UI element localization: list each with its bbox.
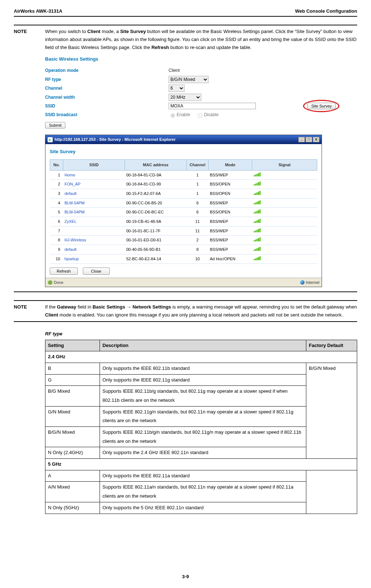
th-mode: Mode <box>209 159 252 170</box>
ie-status-done: Done <box>54 280 63 285</box>
cell-no: 4 <box>50 198 63 208</box>
cell-default-24: B/G/N Mixed <box>306 363 357 458</box>
th-channel: Channel <box>187 159 209 170</box>
note-body-2: If the Gateway field in Basic Settings →… <box>45 303 357 319</box>
bws-ssid-label: SSID <box>45 102 169 110</box>
site-survey-button[interactable]: Site Survey <box>307 103 336 109</box>
cell-ssid[interactable]: default <box>63 189 125 199</box>
cell-ssid[interactable]: HJ-Wireless <box>63 236 125 245</box>
cell-no: 10 <box>50 254 63 264</box>
submit-button[interactable]: Submit <box>45 122 65 128</box>
cell-setting: A <box>45 470 100 482</box>
bws-opmode-value: Client <box>169 67 180 74</box>
cell-ssid[interactable]: hpsetup <box>63 254 125 264</box>
table-row: 700-16-01-8C-11-7F11BSS/WEP <box>50 226 317 236</box>
table-row: AOnly supports the IEEE 802.11a standard <box>45 470 357 482</box>
cell-mac: 00-18-84-81-CD-9A <box>125 170 187 180</box>
cell-mode: BSS/WEP <box>209 198 252 208</box>
cell-channel: 8 <box>187 245 209 254</box>
note-block-1: NOTE When you switch to Client mode, a S… <box>14 25 357 292</box>
cell-mac: 00-90-CC-D6-BC-EC <box>125 208 187 217</box>
cell-mode: BSS/WEP <box>209 236 252 245</box>
cell-channel: 11 <box>187 226 209 236</box>
cell-mac: 00-18-84-81-CD-99 <box>125 180 187 189</box>
rf-24ghz-header: 2.4 GHz <box>45 351 357 363</box>
table-row: 3default00-15-F2-A2-07-6A1BSS/OPEN <box>50 189 317 199</box>
note-label: NOTE <box>14 28 45 36</box>
bws-broadcast-label: SSID broadcast <box>45 111 169 118</box>
cell-ssid[interactable]: BLW-54PM <box>63 208 125 217</box>
refresh-button[interactable]: Refresh <box>50 268 78 275</box>
cell-signal <box>252 198 317 208</box>
cell-no: 1 <box>50 170 63 180</box>
rf-5ghz-header: 5 GHz <box>45 459 357 470</box>
bws-chwidth-label: Channel width <box>45 94 169 101</box>
cell-desc: Only supports the IEEE 802.11a standard <box>100 470 306 482</box>
signal-icon <box>254 200 261 204</box>
ie-icon <box>48 137 53 142</box>
cell-desc: Supports IEEE 802.11b/g standards, but 8… <box>100 386 306 406</box>
table-row: 1Home00-18-84-81-CD-9A1BSS/WEP <box>50 170 317 180</box>
cell-signal <box>252 208 317 217</box>
cell-desc: Only supports the 5 Ghz IEEE 802.11n sta… <box>100 502 306 514</box>
close-button[interactable]: X <box>313 137 319 142</box>
rf-type-table: Setting Description Factory Default 2.4 … <box>45 340 357 514</box>
cell-mode: BSS/OPEN <box>209 180 252 189</box>
cell-ssid[interactable]: ZyXEL <box>63 217 125 226</box>
cell-no: 6 <box>50 217 63 226</box>
signal-icon <box>254 191 261 195</box>
maximize-button[interactable]: □ <box>306 137 312 142</box>
cell-signal <box>252 245 317 254</box>
bws-enable-radio[interactable]: Enable <box>169 111 190 118</box>
bws-title: Basic Wireless Settings <box>45 55 336 63</box>
cell-ssid[interactable]: FON_AP <box>63 180 125 189</box>
globe-icon <box>300 280 305 285</box>
bws-chwidth-select[interactable]: 20 MHz <box>169 94 201 101</box>
cell-ssid[interactable]: Home <box>63 170 125 180</box>
ie-popup-window: http://192.168.127.253 - Site Survey - M… <box>45 135 322 287</box>
cell-setting: N Only (5GHz) <box>45 502 100 514</box>
t: Disable <box>204 111 218 118</box>
cell-setting: N Only (2.4GHz) <box>45 447 100 459</box>
cell-channel: 2 <box>187 236 209 245</box>
cell-ssid[interactable] <box>63 226 125 236</box>
t: mode, a <box>100 29 120 34</box>
table-row: 2FON_AP00-18-84-81-CD-991BSS/OPEN <box>50 180 317 189</box>
cell-ssid[interactable]: BLW-54PM <box>63 198 125 208</box>
arrow-icon: → <box>125 304 132 310</box>
bws-disable-radio[interactable]: Disable <box>196 111 218 118</box>
cell-mode: BSS/OPEN <box>209 189 252 199</box>
cell-setting: B/G/N Mixed <box>45 427 100 447</box>
cell-desc: Only supports the 2.4 GHz IEEE 802.11n s… <box>100 447 306 459</box>
cell-no: 2 <box>50 180 63 189</box>
cell-mac: 00-90-CC-D6-B5-20 <box>125 198 187 208</box>
th-no: No. <box>50 159 63 170</box>
cell-channel: 6 <box>187 208 209 217</box>
cell-no: 9 <box>50 245 63 254</box>
cell-desc: Only supports the IEEE 802.11b standard <box>100 363 306 374</box>
bws-rftype-select[interactable]: B/G/N Mixed <box>169 76 209 83</box>
cell-mac: 52-BC-90-E2-84-14 <box>125 254 187 264</box>
cell-no: 5 <box>50 208 63 217</box>
header-right: Web Console Configuration <box>295 7 357 15</box>
t: Enable <box>177 111 190 118</box>
header-left: AirWorks AWK-3131A <box>14 7 62 15</box>
t: button to re-scan and update the table. <box>169 45 251 50</box>
th-setting: Setting <box>45 340 100 351</box>
cell-no: 3 <box>50 189 63 199</box>
close-popup-button[interactable]: Close <box>83 268 110 275</box>
cell-mode: BSS/WEP <box>209 226 252 236</box>
cell-default-5 <box>306 470 357 514</box>
note-label-2: NOTE <box>14 303 45 311</box>
note-block-2: NOTE If the Gateway field in Basic Setti… <box>14 300 357 322</box>
table-row: 9default00-40-05-56-9D-B18BSS/WEP <box>50 245 317 254</box>
signal-icon <box>254 237 261 241</box>
t: field in <box>76 304 93 310</box>
bws-channel-select[interactable]: 6 <box>169 85 185 92</box>
cell-signal <box>252 189 317 199</box>
minimize-button[interactable]: _ <box>298 137 305 142</box>
cell-signal <box>252 170 317 180</box>
bws-ssid-input[interactable] <box>169 103 256 109</box>
cell-ssid[interactable]: default <box>63 245 125 254</box>
cell-mode: BSS/WEP <box>209 245 252 254</box>
